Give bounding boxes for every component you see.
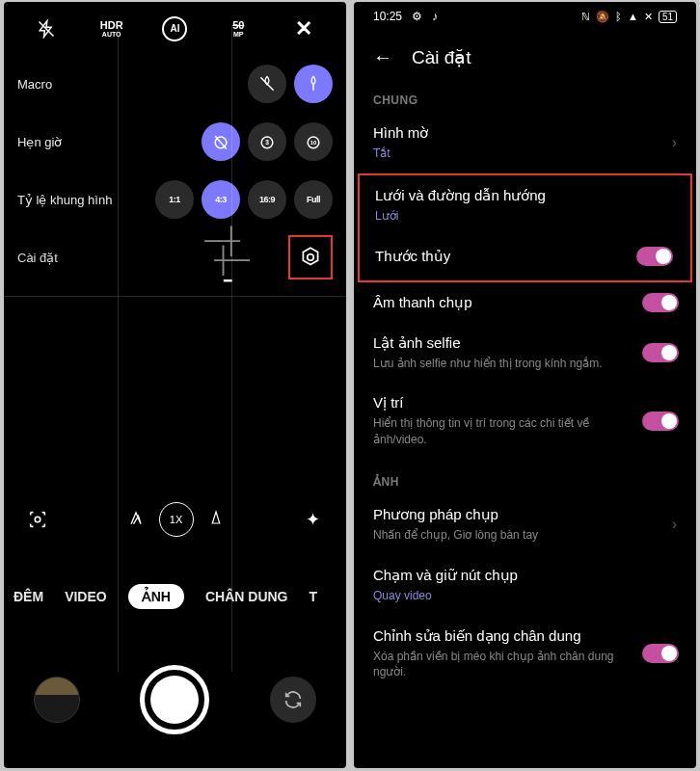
mute-icon: 🔕 [596,11,609,23]
settings-screen: 10:25 ⚙ ♪ ℕ 🔕 ᛒ ▲ ✕ 51 ← Cài đặt CHUNG H… [354,2,696,768]
timer-10s-chip[interactable]: 10 [294,122,333,161]
close-icon[interactable]: ✕ [289,14,318,43]
viewfinder-grid [4,296,346,440]
svg-text:10: 10 [310,140,316,146]
shutter-button[interactable] [140,665,209,734]
zoom-row: 1X ✦ [4,502,346,537]
grid-item[interactable]: Lưới và đường dẫn hướng Lưới [360,175,690,236]
timer-row: Hẹn giờ 3 10 [4,113,346,171]
selfie-toggle[interactable] [642,343,679,362]
settings-gear-highlight[interactable] [288,235,333,279]
filters-icon[interactable]: ✦ [298,505,327,534]
svg-point-9 [35,517,40,522]
distortion-toggle[interactable] [642,644,679,663]
zoom-wide-icon[interactable] [126,508,146,532]
location-toggle[interactable] [642,412,679,431]
macro-off-chip[interactable] [248,65,286,103]
svg-text:3: 3 [265,139,269,146]
macro-row: Macro [4,55,346,113]
mode-night[interactable]: ĐÊM [13,589,43,604]
camera-topbar: HDR AUTO AI 50 MP ✕ [4,2,346,55]
switch-camera-button[interactable] [270,677,316,723]
hdr-button[interactable]: HDR AUTO [97,14,126,43]
battery-level: 51 [659,11,677,23]
mode-more[interactable]: T [310,589,318,604]
status-bar: 10:25 ⚙ ♪ ℕ 🔕 ᛒ ▲ ✕ 51 [354,2,696,31]
google-lens-icon[interactable] [23,505,52,534]
camera-settings-row: Cài đặt ─┼ ┼─ ━ [4,228,346,286]
tiktok-icon: ♪ [432,10,438,23]
watermark-item[interactable]: Hình mờ Tắt › [354,113,696,173]
section-general: CHUNG [354,78,696,113]
aspect-1-1-chip[interactable]: 1:1 [155,180,194,219]
megapixel-button[interactable]: 50 MP [224,14,253,43]
distortion-item[interactable]: Chỉnh sửa biến dạng chân dung Xóa phần v… [354,616,696,693]
chevron-right-icon: › [672,134,677,151]
mode-video[interactable]: VIDEO [65,589,107,604]
selfie-flip-item[interactable]: Lật ảnh selfie Lưu ảnh selfie như hiển t… [354,323,696,384]
flash-off-icon[interactable] [32,14,61,43]
svg-point-8 [308,254,314,261]
mode-strip[interactable]: ĐÊM VIDEO ẢNH CHÂN DUNG T [4,584,346,609]
location-item[interactable]: Vị trí Hiển thị thông tin vị trí trong c… [354,383,696,460]
gallery-thumbnail[interactable] [34,677,80,723]
mode-photo[interactable]: ẢNH [128,584,184,609]
level-indicator-icon: ─┼ ┼─ ━ [204,227,250,287]
bluetooth-icon: ᛒ [615,11,622,22]
shutter-sound-item[interactable]: Âm thanh chụp [354,282,696,323]
chevron-right-icon: › [672,516,677,533]
back-icon[interactable]: ← [373,46,392,68]
no-sim-icon: ✕ [644,11,653,23]
ai-button[interactable]: AI [162,16,187,41]
aspect-4-3-chip[interactable]: 4:3 [202,180,240,219]
settings-header: ← Cài đặt [354,31,696,78]
status-time: 10:25 [373,10,402,23]
settings-title: Cài đặt [412,46,471,68]
aspect-row: Tỷ lệ khung hình 1:1 4:3 16:9 Full [4,171,346,228]
aspect-label: Tỷ lệ khung hình [17,193,148,207]
zoom-tele-icon[interactable] [207,509,225,531]
nfc-icon: ℕ [581,11,590,23]
settings-label: Cài đặt [17,251,204,265]
hold-shutter-item[interactable]: Chạm và giữ nút chụp Quay video [354,555,696,616]
shutter-row [4,665,346,734]
zoom-1x-button[interactable]: 1X [159,502,194,537]
level-toggle[interactable] [636,247,673,266]
section-photo: ẢNH [354,460,696,494]
wifi-icon: ▲ [628,11,638,22]
macro-on-chip[interactable] [294,65,333,103]
aspect-16-9-chip[interactable]: 16:9 [248,180,286,219]
svg-line-1 [260,77,273,90]
mode-portrait[interactable]: CHÂN DUNG [205,589,288,604]
timer-label: Hẹn giờ [17,135,194,149]
macro-label: Macro [17,77,240,92]
camera-screen: HDR AUTO AI 50 MP ✕ Macro Hẹn giờ 3 [4,2,346,768]
capture-method-item[interactable]: Phương pháp chụp Nhấn để chụp, Giơ lòng … [354,494,696,555]
aspect-full-chip[interactable]: Full [294,180,333,219]
settings-icon: ⚙ [412,10,422,23]
timer-3s-chip[interactable]: 3 [248,122,286,161]
highlighted-settings: Lưới và đường dẫn hướng Lưới Thước thủy [358,173,692,282]
timer-off-chip[interactable] [202,122,240,161]
sound-toggle[interactable] [642,293,679,312]
level-item[interactable]: Thước thủy [360,236,690,277]
